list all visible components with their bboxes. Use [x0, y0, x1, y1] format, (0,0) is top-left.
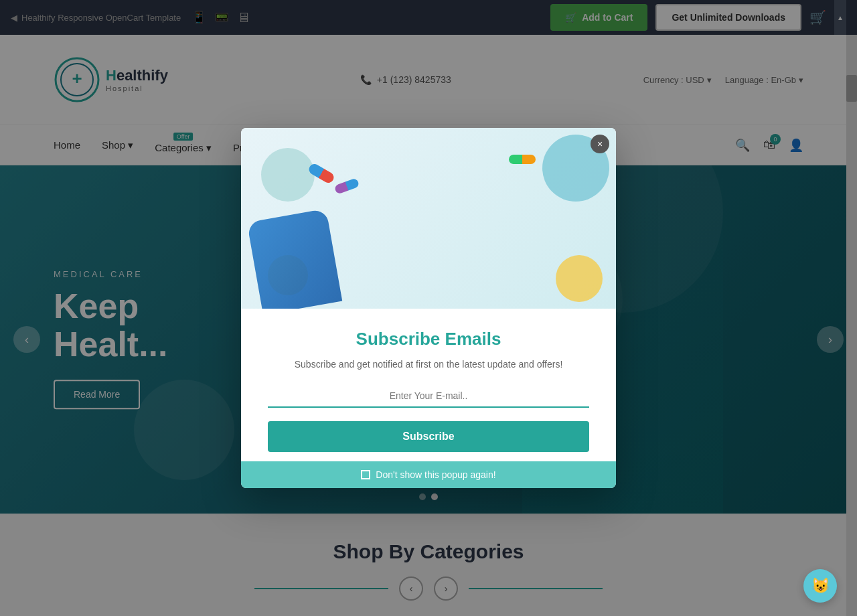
- dont-show-label: Don't show this popup again!: [376, 469, 495, 480]
- dont-show-checkbox[interactable]: [361, 470, 370, 479]
- subscribe-modal: × Subscribe Emails Subscribe and get not…: [241, 128, 616, 488]
- modal-subtitle: Subscribe and get notified at first on t…: [268, 358, 589, 372]
- modal-footer: Don't show this popup again!: [241, 461, 616, 488]
- deco-circle-green: [261, 148, 315, 202]
- subscribe-button[interactable]: Subscribe: [268, 421, 589, 452]
- email-input[interactable]: [268, 385, 589, 408]
- deco-pill-2: [334, 177, 360, 194]
- deco-virus-yellow-1: [556, 255, 603, 302]
- chatbot-icon: 😺: [811, 577, 830, 595]
- modal-body: Subscribe Emails Subscribe and get notif…: [241, 309, 616, 461]
- modal-title: Subscribe Emails: [268, 329, 589, 350]
- deco-pill-3: [509, 155, 536, 164]
- modal-header: [241, 128, 616, 309]
- deco-glove: [247, 209, 342, 309]
- chatbot-button[interactable]: 😺: [803, 569, 837, 603]
- modal-close-button[interactable]: ×: [591, 135, 609, 153]
- modal-overlay[interactable]: × Subscribe Emails Subscribe and get not…: [0, 0, 857, 616]
